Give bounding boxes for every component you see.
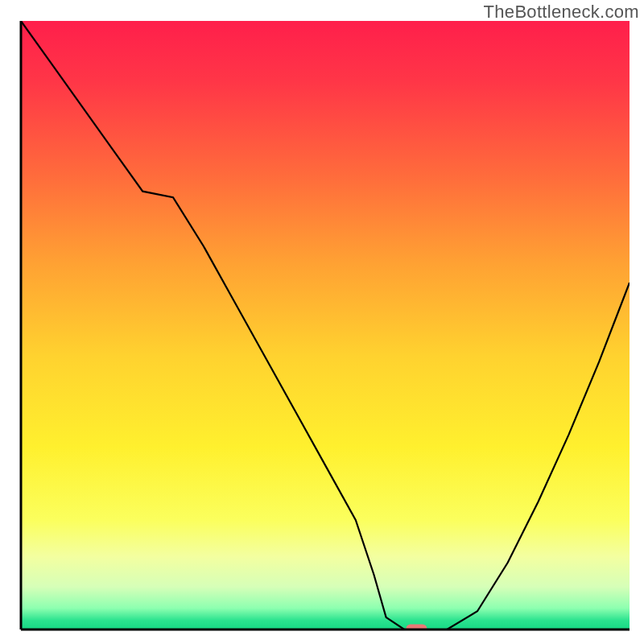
chart-svg xyxy=(0,0,644,644)
watermark-text: TheBottleneck.com xyxy=(484,2,639,23)
gradient-background xyxy=(21,21,630,630)
bottleneck-chart: TheBottleneck.com xyxy=(0,0,644,644)
